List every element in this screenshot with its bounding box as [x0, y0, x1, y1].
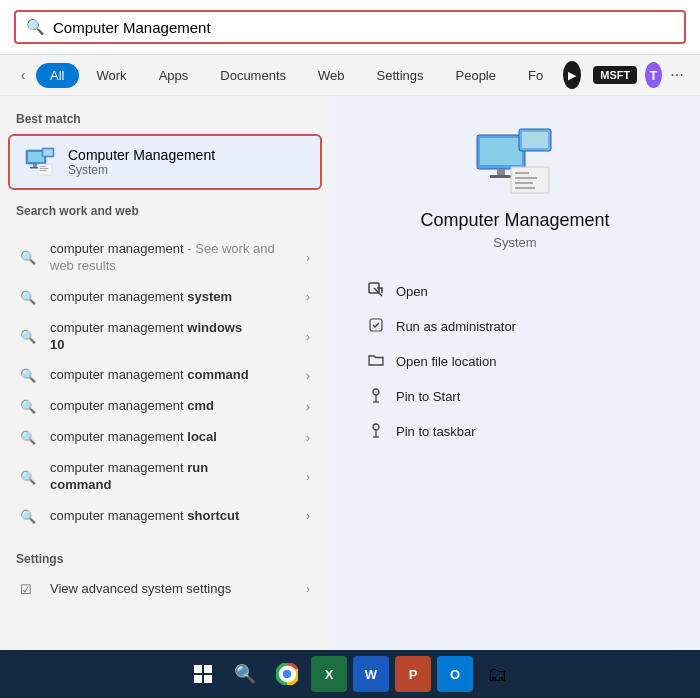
search-item-text-5: computer management local [50, 429, 296, 446]
settings-item[interactable]: ☑ View advanced system settings › [4, 574, 326, 605]
action-open[interactable]: Open [360, 274, 670, 309]
nav-row: ‹ All Work Apps Documents Web Settings P… [0, 55, 700, 96]
search-item-text-7: computer management shortcut [50, 508, 296, 525]
search-item-1[interactable]: 🔍 computer management system › [4, 282, 326, 313]
taskbar-start[interactable] [185, 656, 221, 692]
taskbar: 🔍 X W P O 🗂 [0, 650, 700, 698]
taskbar-outlook[interactable]: O [437, 656, 473, 692]
nav-pill-fo[interactable]: Fo [514, 63, 557, 88]
computer-management-icon [24, 146, 56, 178]
action-pin-taskbar-icon [366, 422, 386, 441]
nav-pill-apps[interactable]: Apps [145, 63, 203, 88]
search-item-icon-0: 🔍 [20, 250, 40, 265]
svg-point-23 [373, 389, 379, 395]
search-item-2[interactable]: 🔍 computer management windows10 › [4, 313, 326, 361]
play-button[interactable]: ▶ [563, 61, 581, 89]
nav-pill-documents[interactable]: Documents [206, 63, 300, 88]
svg-rect-18 [515, 177, 537, 179]
search-item-6[interactable]: 🔍 computer management runcommand › [4, 453, 326, 501]
search-item-arrow-2: › [306, 330, 310, 344]
search-item-text-3: computer management command [50, 367, 296, 384]
search-item-arrow-6: › [306, 470, 310, 484]
search-item-text-2: computer management windows10 [50, 320, 296, 354]
search-item-4[interactable]: 🔍 computer management cmd › [4, 391, 326, 422]
nav-pill-settings[interactable]: Settings [363, 63, 438, 88]
more-button[interactable]: ··· [668, 61, 686, 89]
svg-rect-1 [28, 152, 44, 162]
action-pin-start-icon [366, 387, 386, 406]
app-preview-svg [475, 127, 555, 195]
svg-rect-17 [515, 172, 529, 174]
taskbar-chrome[interactable] [269, 656, 305, 692]
search-item-0[interactable]: 🔍 computer management - See work and web… [4, 234, 326, 282]
taskbar-word[interactable]: W [353, 656, 389, 692]
search-bar-row: 🔍 [0, 0, 700, 55]
search-web-label: Search work and web [0, 200, 330, 226]
action-file-location[interactable]: Open file location [360, 344, 670, 379]
search-input[interactable] [53, 19, 674, 36]
svg-point-33 [283, 670, 291, 678]
action-file-text: Open file location [396, 354, 496, 369]
main-content: Best match [0, 96, 700, 650]
msft-badge: MSFT [593, 66, 637, 84]
action-open-text: Open [396, 284, 428, 299]
search-item-text-0: computer management - See work and web r… [50, 241, 296, 275]
best-match-text: Computer Management System [68, 147, 215, 177]
taskbar-excel[interactable]: X [311, 656, 347, 692]
search-item-arrow-5: › [306, 431, 310, 445]
svg-rect-29 [194, 675, 202, 683]
svg-rect-6 [38, 164, 52, 175]
action-admin-icon [366, 317, 386, 336]
action-pin-taskbar-text: Pin to taskbar [396, 424, 476, 439]
taskbar-explorer[interactable]: 🗂 [479, 656, 515, 692]
app-preview-title: Computer Management [420, 210, 609, 231]
taskbar-search[interactable]: 🔍 [227, 656, 263, 692]
search-item-icon-2: 🔍 [20, 329, 40, 344]
search-item-5[interactable]: 🔍 computer management local › [4, 422, 326, 453]
search-item-icon-4: 🔍 [20, 399, 40, 414]
search-item-text-1: computer management system [50, 289, 296, 306]
search-icon: 🔍 [26, 18, 45, 36]
app-icon-container [22, 144, 58, 180]
svg-rect-16 [511, 167, 549, 193]
search-item-text-6: computer management runcommand [50, 460, 296, 494]
svg-rect-8 [40, 168, 49, 169]
svg-rect-20 [515, 187, 535, 189]
search-item-arrow-3: › [306, 369, 310, 383]
settings-item-text: View advanced system settings [50, 581, 296, 598]
svg-rect-13 [490, 175, 512, 178]
search-web-section: 🔍 computer management - See work and web… [0, 226, 330, 540]
best-match-title: Computer Management [68, 147, 215, 163]
app-preview-subtitle: System [493, 235, 536, 250]
action-pin-start[interactable]: Pin to Start [360, 379, 670, 414]
search-item-arrow-4: › [306, 400, 310, 414]
action-admin-text: Run as administrator [396, 319, 516, 334]
search-item-arrow-1: › [306, 290, 310, 304]
app-preview-icon [475, 126, 555, 196]
settings-checkbox-icon: ☑ [20, 582, 40, 597]
nav-pill-work[interactable]: Work [83, 63, 141, 88]
svg-rect-12 [497, 169, 505, 175]
search-item-icon-7: 🔍 [20, 509, 40, 524]
svg-rect-5 [44, 150, 53, 156]
svg-rect-11 [480, 138, 522, 165]
best-match-subtitle: System [68, 163, 215, 177]
search-item-3[interactable]: 🔍 computer management command › [4, 360, 326, 391]
taskbar-powerpoint[interactable]: P [395, 656, 431, 692]
search-item-icon-5: 🔍 [20, 430, 40, 445]
search-item-7[interactable]: 🔍 computer management shortcut › [4, 501, 326, 532]
nav-pill-all[interactable]: All [36, 63, 78, 88]
best-match-item[interactable]: Computer Management System [8, 134, 322, 190]
nav-pill-people[interactable]: People [442, 63, 510, 88]
back-button[interactable]: ‹ [14, 61, 32, 89]
svg-rect-30 [204, 675, 212, 683]
svg-rect-19 [515, 182, 533, 184]
right-panel: Computer Management System Open Run as a… [330, 96, 700, 650]
action-pin-taskbar[interactable]: Pin to taskbar [360, 414, 670, 449]
svg-rect-2 [33, 164, 37, 167]
action-run-as-admin[interactable]: Run as administrator [360, 309, 670, 344]
search-item-text-4: computer management cmd [50, 398, 296, 415]
search-item-icon-3: 🔍 [20, 368, 40, 383]
nav-pill-web[interactable]: Web [304, 63, 359, 88]
search-item-icon-6: 🔍 [20, 470, 40, 485]
